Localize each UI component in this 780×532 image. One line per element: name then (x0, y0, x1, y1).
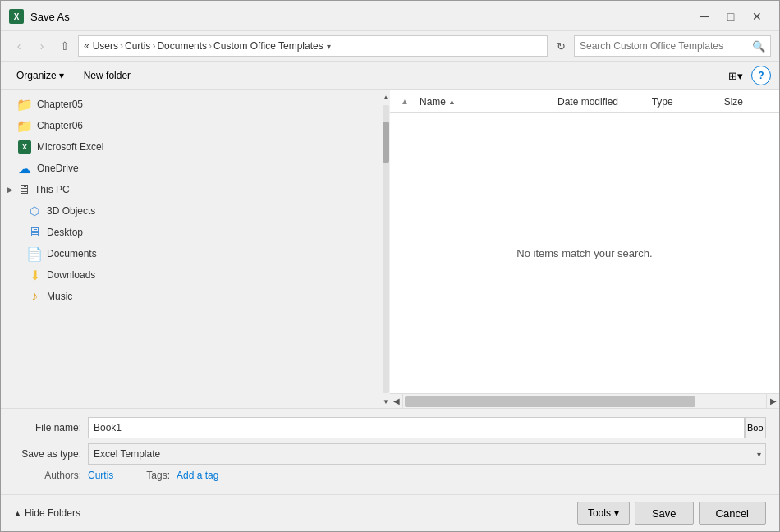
new-folder-button[interactable]: New folder (76, 65, 138, 86)
h-scrollbar: ◀ ▶ (390, 393, 779, 408)
sidebar-scrollbar: ▲ ▼ (382, 90, 390, 408)
filename-dropdown[interactable]: Book1 (745, 417, 766, 438)
path-start: « (84, 40, 89, 52)
sidebar-item-label: Downloads (47, 269, 95, 281)
organize-button[interactable]: Organize ▾ (9, 65, 71, 86)
view-arrow: ▾ (737, 70, 743, 82)
savetype-wrapper: Excel Template (88, 443, 766, 465)
sidebar-item-chapter05[interactable]: 📁 Chapter05 (1, 94, 382, 115)
col-header-name[interactable]: Name ▲ (416, 96, 554, 108)
save-as-dialog: X Save As ─ □ ✕ ‹ › ⇧ « Users › Curtis ›… (0, 0, 780, 532)
sidebar-item-chapter06[interactable]: 📁 Chapter06 (1, 115, 382, 136)
sort-arrow: ▲ (448, 98, 456, 106)
scroll-down-button[interactable]: ▼ (382, 395, 390, 408)
content-area: 📁 Chapter05 📁 Chapter06 X Microsoft Exce… (1, 90, 779, 408)
sidebar-item-label: Desktop (47, 227, 83, 238)
window-controls: ─ □ ✕ (692, 7, 769, 25)
scroll-thumb[interactable] (383, 122, 389, 163)
view-button[interactable]: ⊞ ▾ (723, 65, 748, 86)
sidebar-item-music[interactable]: ♪ Music (1, 286, 382, 307)
save-button[interactable]: Save (635, 502, 694, 525)
h-scroll-track (403, 394, 766, 409)
folder-icon: 📁 (17, 97, 32, 112)
sidebar-item-label: This PC (34, 184, 70, 195)
sidebar-item-label: Chapter06 (37, 120, 83, 131)
downloads-icon: ⬇ (27, 268, 42, 282)
sidebar-item-microsoft-excel[interactable]: X Microsoft Excel (1, 136, 382, 158)
sidebar-item-label: Documents (47, 248, 97, 259)
maximize-button[interactable]: □ (718, 7, 743, 25)
new-folder-label: New folder (84, 70, 131, 81)
savetype-select[interactable]: Excel Template (88, 443, 766, 465)
col-header-date[interactable]: Date modified (554, 96, 649, 108)
address-bar: ‹ › ⇧ « Users › Curtis › Documents › Cus… (1, 31, 779, 62)
organize-arrow: ▾ (59, 70, 64, 81)
help-button[interactable]: ? (751, 66, 771, 85)
h-scroll-left-button[interactable]: ◀ (390, 394, 403, 409)
sidebar-item-label: OneDrive (37, 163, 79, 174)
sidebar-item-documents[interactable]: 📄 Documents (1, 243, 382, 264)
form-area: File name: Book1 Save as type: Excel Tem… (1, 408, 779, 494)
organize-label: Organize (16, 70, 57, 81)
excel-icon: X (9, 9, 24, 24)
forward-button[interactable]: › (32, 36, 52, 56)
add-tag-link[interactable]: Add a tag (177, 470, 218, 481)
path-documents: Documents (157, 40, 207, 52)
tools-arrow: ▾ (614, 507, 619, 519)
sidebar-item-label: Music (47, 291, 72, 302)
h-scroll-right-button[interactable]: ▶ (766, 394, 779, 409)
tools-button[interactable]: Tools ▾ (577, 502, 630, 525)
sidebar-item-3d-objects[interactable]: ⬡ 3D Objects (1, 200, 382, 222)
sidebar-item-this-pc[interactable]: ▶ 🖥 This PC (1, 179, 382, 200)
sidebar-item-onedrive[interactable]: ☁ OneDrive (1, 158, 382, 179)
toolbar: Organize ▾ New folder ⊞ ▾ ? (1, 62, 779, 90)
search-icon: 🔍 (752, 40, 765, 53)
filename-input[interactable] (88, 417, 745, 438)
scroll-up-button[interactable]: ▲ (382, 90, 390, 103)
h-scroll-thumb[interactable] (405, 396, 695, 407)
col-date-label: Date modified (557, 96, 618, 108)
meta-row: Authors: Curtis Tags: Add a tag (14, 470, 766, 481)
col-header-type[interactable]: Type (649, 96, 721, 108)
sidebar-item-desktop[interactable]: 🖥 Desktop (1, 222, 382, 243)
path-custom-office-templates: Custom Office Templates (213, 40, 323, 52)
sidebar-item-label: Microsoft Excel (37, 141, 103, 153)
hide-folders-label: Hide Folders (25, 507, 80, 519)
hide-folders-button[interactable]: ▲ Hide Folders (14, 507, 80, 519)
toolbar-right: ⊞ ▾ ? (723, 65, 771, 86)
authors-label: Authors: (14, 470, 88, 481)
sidebar: 📁 Chapter05 📁 Chapter06 X Microsoft Exce… (1, 90, 382, 408)
authors-value[interactable]: Curtis (88, 470, 113, 481)
sidebar-container: 📁 Chapter05 📁 Chapter06 X Microsoft Exce… (1, 90, 390, 408)
close-button[interactable]: ✕ (745, 7, 769, 25)
back-button[interactable]: ‹ (9, 36, 29, 56)
cancel-button[interactable]: Cancel (699, 502, 766, 525)
scroll-track (383, 105, 389, 393)
file-list-header: ▲ Name ▲ Date modified Type Size (390, 90, 779, 113)
tools-label: Tools (588, 507, 611, 519)
refresh-button[interactable]: ↻ (551, 36, 571, 56)
tags-label: Tags: (146, 470, 170, 481)
sidebar-item-label: Chapter05 (37, 99, 83, 110)
address-path[interactable]: « Users › Curtis › Documents › Custom Of… (78, 35, 548, 57)
scroll-up-arrow[interactable]: ▲ (398, 95, 411, 108)
up-button[interactable]: ⇧ (55, 36, 75, 56)
minimize-button[interactable]: ─ (692, 7, 717, 25)
filename-label: File name: (14, 422, 88, 433)
search-input[interactable] (580, 40, 752, 52)
sidebar-item-downloads[interactable]: ⬇ Downloads (1, 264, 382, 286)
desktop-icon: 🖥 (27, 225, 42, 240)
view-icon: ⊞ (728, 70, 737, 82)
filename-row: File name: Book1 (14, 417, 766, 438)
documents-icon: 📄 (27, 246, 42, 261)
file-area: ▲ Name ▲ Date modified Type Size No item… (390, 90, 779, 408)
this-pc-icon: 🖥 (16, 182, 31, 197)
path-curtis: Curtis (125, 40, 150, 52)
file-list-body: No items match your search. (390, 113, 779, 393)
chevron-icon: ▶ (7, 186, 13, 194)
search-box[interactable]: 🔍 (574, 35, 771, 57)
folder-icon: 📁 (17, 118, 32, 133)
col-header-size[interactable]: Size (721, 96, 771, 108)
savetype-label: Save as type: (14, 448, 88, 460)
col-name-label: Name (420, 96, 446, 108)
